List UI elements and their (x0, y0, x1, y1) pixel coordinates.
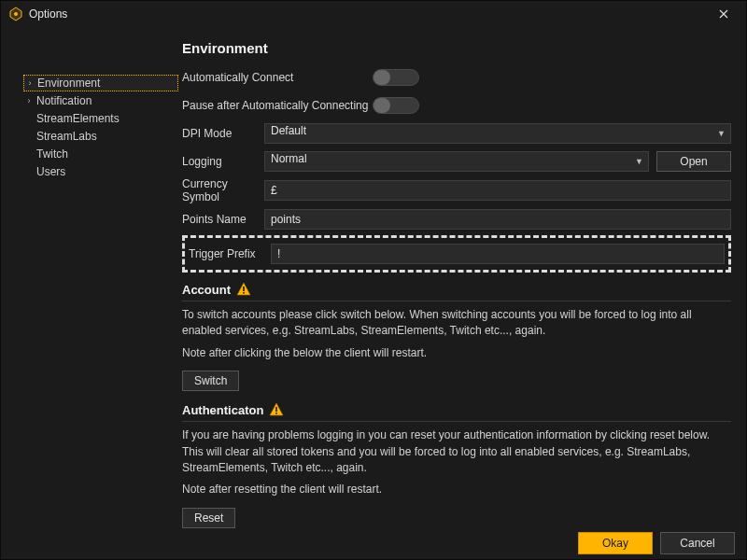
toggle-auto-connect[interactable] (373, 69, 419, 86)
label-currency-symbol: Currency Symbol (182, 177, 264, 203)
label-trigger-prefix: Trigger Prefix (189, 247, 271, 260)
points-name-input[interactable] (264, 209, 731, 230)
select-logging[interactable]: Normal ▼ (264, 151, 649, 172)
section-title-authentication: Authenticaton (182, 402, 731, 417)
chevron-right-icon: › (24, 78, 35, 88)
account-title-text: Account (182, 283, 231, 297)
svg-rect-6 (243, 292, 245, 294)
auth-text-1: If you are having problems logging in yo… (182, 427, 731, 476)
warning-icon (236, 282, 251, 297)
select-dpi-mode-value: Default (264, 123, 731, 144)
label-logging: Logging (182, 155, 264, 168)
cancel-button[interactable]: Cancel (660, 532, 735, 554)
sidebar-item-notification[interactable]: › Notification (23, 92, 178, 109)
sidebar-item-label: Users (36, 165, 65, 178)
label-pause-after: Pause after Automatically Connecting (182, 99, 373, 112)
sidebar-item-streamlabs[interactable]: StreamLabs (23, 128, 178, 145)
svg-rect-5 (243, 287, 245, 291)
toggle-pause-after[interactable] (373, 97, 419, 114)
select-logging-value: Normal (264, 151, 649, 172)
label-points-name: Points Name (182, 213, 264, 226)
section-title-account: Account (182, 282, 731, 297)
account-text-1: To switch accounts please click switch b… (182, 307, 731, 340)
options-window: Options › Environment › Notification Str… (0, 0, 747, 560)
app-icon (8, 7, 23, 21)
reset-auth-button[interactable]: Reset (182, 508, 235, 528)
divider (182, 301, 731, 301)
sidebar-item-label: Notification (36, 94, 92, 107)
sidebar-item-label: Twitch (36, 147, 68, 161)
chevron-right-icon: › (23, 96, 35, 105)
row-currency-symbol: Currency Symbol (182, 177, 731, 203)
footer: Okay Cancel (1, 528, 746, 559)
row-pause-after: Pause after Automatically Connecting (182, 93, 731, 118)
page-title: Environment (182, 40, 731, 56)
sidebar: › Environment › Notification StreamEleme… (10, 36, 178, 528)
sidebar-item-label: StreamElements (36, 112, 120, 125)
main-panel: Environment Automatically Connect Pause … (178, 36, 737, 528)
sidebar-item-twitch[interactable]: Twitch (23, 146, 178, 162)
sidebar-item-streamelements[interactable]: StreamElements (23, 110, 178, 127)
label-dpi-mode: DPI Mode (182, 127, 264, 140)
switch-account-button[interactable]: Switch (182, 371, 239, 391)
select-dpi-mode[interactable]: Default ▼ (264, 123, 731, 144)
row-points-name: Points Name (182, 207, 731, 231)
svg-point-1 (14, 12, 18, 16)
row-dpi-mode: DPI Mode Default ▼ (182, 121, 731, 146)
row-logging: Logging Normal ▼ Open (182, 149, 731, 174)
sidebar-item-label: StreamLabs (36, 130, 97, 143)
account-text-2: Note after clicking the below the client… (182, 345, 731, 361)
warning-icon (269, 402, 284, 417)
auth-title-text: Authenticaton (182, 403, 263, 417)
svg-rect-9 (276, 413, 278, 414)
sidebar-item-environment[interactable]: › Environment (23, 75, 178, 91)
window-title: Options (29, 7, 67, 21)
sidebar-item-users[interactable]: Users (23, 163, 178, 180)
open-log-button[interactable]: Open (656, 151, 731, 172)
highlight-trigger-prefix: Trigger Prefix (182, 235, 731, 273)
titlebar: Options (1, 1, 746, 27)
sidebar-item-label: Environment (37, 77, 100, 90)
currency-symbol-input[interactable] (264, 180, 731, 201)
trigger-prefix-input[interactable] (271, 244, 725, 264)
body: › Environment › Notification StreamEleme… (1, 27, 746, 528)
close-icon (719, 9, 728, 19)
label-auto-connect: Automatically Connect (182, 71, 373, 84)
svg-rect-8 (276, 407, 278, 412)
close-button[interactable] (705, 1, 742, 27)
okay-button[interactable]: Okay (578, 532, 653, 554)
auth-text-2: Note after resetting the client will res… (182, 482, 731, 497)
row-trigger-prefix: Trigger Prefix (189, 242, 725, 266)
divider (182, 421, 731, 422)
row-auto-connect: Automatically Connect (182, 65, 731, 90)
